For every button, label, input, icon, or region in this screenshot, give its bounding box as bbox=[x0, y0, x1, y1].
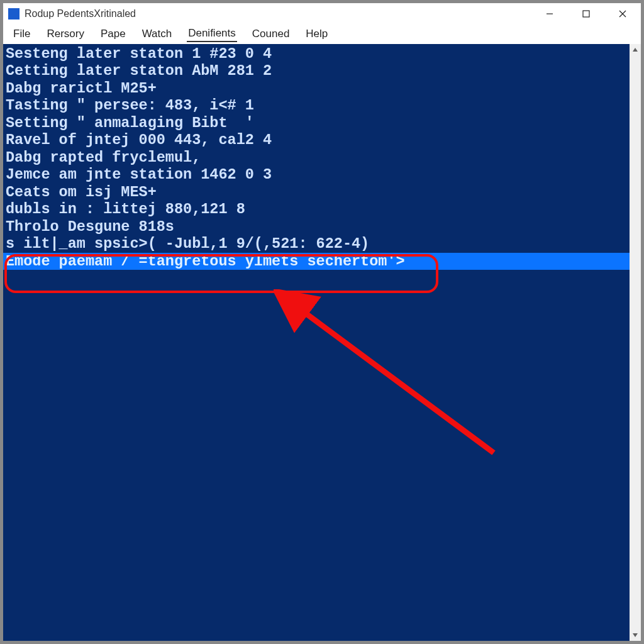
terminal-line-highlighted: Emode paemam / =tangretous ylmets secher… bbox=[3, 253, 630, 270]
terminal-line: Sesteng later staton 1 #23 0 4 bbox=[3, 45, 630, 62]
menu-file[interactable]: File bbox=[12, 26, 31, 42]
menu-watch[interactable]: Watch bbox=[141, 26, 174, 42]
terminal-line: dubls in : littej 880,121 8 bbox=[3, 201, 630, 218]
app-window: Rodup PedentsXritinaled File Rersory Pap… bbox=[3, 3, 641, 641]
menubar: File Rersory Pape Watch Denifients Coune… bbox=[3, 24, 641, 44]
menu-pape[interactable]: Pape bbox=[99, 26, 127, 42]
terminal-line: Ravel of jntej 000 443, cal2 4 bbox=[3, 131, 630, 148]
terminal-line: Jemce am jnte station 1462 0 3 bbox=[3, 166, 630, 183]
menu-rersory[interactable]: Rersory bbox=[45, 26, 86, 42]
scroll-down-button[interactable] bbox=[630, 630, 641, 641]
svg-rect-1 bbox=[583, 11, 589, 17]
terminal-line: s ilt|_am spsic>( -Jubl,1 9/(,521: 622-4… bbox=[3, 235, 630, 252]
terminal-line: Dabg rarictl M25+ bbox=[3, 80, 630, 97]
maximize-button[interactable] bbox=[568, 3, 604, 24]
titlebar[interactable]: Rodup PedentsXritinaled bbox=[3, 3, 641, 24]
terminal-line: Cetting later staton AbM 281 2 bbox=[3, 62, 630, 79]
window-title: Rodup PedentsXritinaled bbox=[25, 8, 531, 19]
app-icon bbox=[8, 8, 19, 19]
svg-line-4 bbox=[299, 308, 494, 453]
content-row: Sesteng later staton 1 #23 0 4 Cetting l… bbox=[3, 44, 641, 641]
menu-help[interactable]: Help bbox=[304, 26, 329, 42]
close-button[interactable] bbox=[604, 3, 641, 24]
scroll-up-button[interactable] bbox=[630, 44, 641, 55]
terminal-line: Throlo Desgune 818s bbox=[3, 218, 630, 235]
terminal-pane[interactable]: Sesteng later staton 1 #23 0 4 Cetting l… bbox=[3, 44, 630, 641]
annotation-arrow-icon bbox=[274, 289, 506, 465]
menu-denifients[interactable]: Denifients bbox=[187, 26, 237, 42]
terminal-line: Setting " anmalaging Bibt ' bbox=[3, 114, 630, 131]
terminal-line: Tasting " persee: 483, i<# 1 bbox=[3, 97, 630, 114]
menu-couned[interactable]: Couned bbox=[251, 26, 291, 42]
terminal-line: Ceats om isj MES+ bbox=[3, 184, 630, 201]
minimize-button[interactable] bbox=[531, 3, 568, 24]
scroll-track[interactable] bbox=[630, 55, 641, 630]
window-controls bbox=[531, 3, 641, 24]
vertical-scrollbar[interactable] bbox=[630, 44, 641, 641]
terminal-line: Dabg rapted fryclemul, bbox=[3, 149, 630, 166]
